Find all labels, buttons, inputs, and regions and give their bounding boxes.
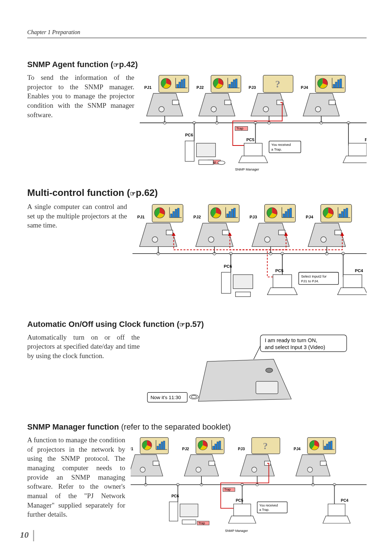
label-pj4: PJ4 [294,447,301,451]
svg-rect-19 [225,100,231,105]
label-pc5: PC5 [236,498,244,502]
svg-rect-50 [185,141,194,161]
svg-rect-92 [339,214,341,217]
section-title: SNMP Agent function (☞p.42) [27,60,367,69]
svg-rect-30 [340,79,342,88]
svg-rect-180 [180,504,198,517]
svg-rect-51 [196,143,216,157]
svg-rect-133 [157,446,159,450]
label-pc5: PC5 [275,268,283,273]
svg-rect-87 [278,230,285,235]
title-prefix: SNMP Agent function ( [27,60,113,69]
svg-rect-159 [331,441,332,450]
svg-rect-52 [199,160,213,165]
svg-rect-179 [169,502,178,521]
svg-rect-84 [287,209,289,217]
diagram-clock: I am ready to turn ON, and select Input … [145,333,367,408]
svg-rect-67 [166,230,173,235]
svg-point-86 [265,237,270,242]
chapter-header: Chapter 1 Preparation [27,29,367,38]
label-pc4: PC4 [341,498,348,502]
svg-point-76 [208,237,214,242]
trap-label-2: Trap [199,521,205,525]
svg-point-8 [159,107,164,112]
svg-rect-72 [226,214,228,217]
title-suffix: ) [201,320,204,329]
svg-point-31 [315,107,321,112]
svg-rect-119 [236,292,250,297]
section-title: Automatic On/Off using Clock function (☞… [27,320,367,329]
svg-rect-83 [285,212,287,218]
svg-rect-16 [233,80,235,88]
svg-rect-82 [283,214,285,217]
section-snmp-agent: SNMP Agent function (☞p.42) To send the … [27,60,367,173]
label-pc6: PC6 [224,264,232,268]
svg-rect-94 [344,209,346,217]
label-pj2: PJ2 [182,447,189,451]
page-ref: p.57 [185,320,201,329]
trap-label: Trap [236,127,243,130]
svg-rect-122 [343,275,362,288]
label-pj1: PJ1 [131,447,133,451]
label-pj4: PJ4 [301,85,309,90]
svg-rect-14 [229,84,230,88]
page-ref: p.42 [119,60,135,69]
svg-rect-6 [181,80,183,88]
snmp-manager-label: SNMP Manager [225,529,248,533]
pointer-icon: ☞ [113,61,119,69]
svg-rect-181 [182,520,196,524]
svg-rect-4 [176,84,178,88]
callout-line1: I am ready to turn ON, [265,337,317,343]
svg-rect-62 [170,214,172,217]
callout-line2: and select Input 3 (Video) [265,344,325,350]
svg-rect-97 [335,230,341,235]
svg-rect-136 [163,441,165,450]
svg-rect-54 [244,143,262,156]
page-ref-text: (refer to the separated booklet) [121,422,231,431]
label-pc4: PC4 [355,268,363,273]
svg-rect-146 [219,441,221,450]
question-mark-icon: ? [263,441,268,451]
section-title: Multi-control function (☞p.62) [27,187,367,198]
svg-rect-125 [256,381,278,394]
svg-point-137 [140,467,145,472]
label-pc5: PC5 [246,138,254,142]
svg-rect-120 [273,275,292,288]
svg-rect-182 [234,504,251,516]
svg-point-18 [211,107,216,112]
svg-rect-144 [215,444,217,450]
label-pj3: PJ3 [250,214,257,219]
svg-point-96 [321,237,326,242]
svg-rect-157 [326,444,328,450]
pointer-icon: ☞ [130,190,136,197]
question-mark-icon: ? [275,78,280,90]
callout-line1: Select Input2 for [301,274,327,278]
section-title: SNMP Manager function (refer to the sepa… [27,422,367,432]
svg-rect-93 [341,212,343,218]
label-pj1: PJ1 [137,214,145,219]
svg-rect-77 [222,230,229,235]
label-pj3: PJ3 [249,85,256,90]
svg-rect-184 [328,504,345,516]
title-prefix: Automatic On/Off using Clock function ( [27,320,179,329]
callout-line2: a Trap. [271,148,282,151]
svg-point-21 [263,107,269,112]
svg-rect-65 [177,208,179,218]
callout-line1: You received [260,504,278,507]
diagram-snmp-agent: PJ1 PJ2 [140,73,367,173]
svg-rect-7 [183,79,185,88]
svg-rect-32 [329,100,335,105]
label-pj2: PJ2 [196,85,204,90]
svg-point-147 [196,467,201,472]
svg-rect-75 [234,208,236,218]
svg-rect-158 [328,442,330,450]
svg-rect-9 [172,100,179,105]
section-multi-control: Multi-control function (☞p.62) A single … [27,187,367,305]
svg-point-128 [191,395,197,398]
svg-rect-17 [236,79,237,88]
callout-line1: You received [271,143,291,147]
svg-rect-134 [159,444,161,450]
label-pj4: PJ4 [306,214,313,219]
svg-text:P: P [365,138,367,142]
svg-rect-56 [348,143,367,156]
